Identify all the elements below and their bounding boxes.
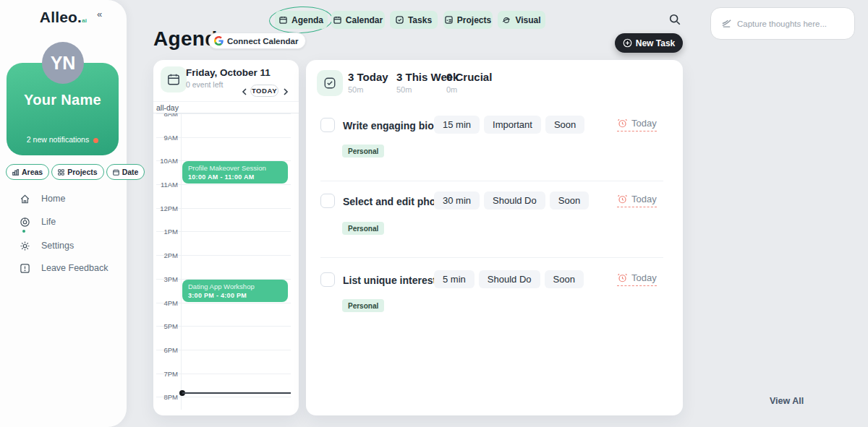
app-logo: Alleo.ai bbox=[0, 9, 127, 26]
task-divider bbox=[320, 181, 663, 181]
today-button[interactable]: TODAY bbox=[250, 85, 278, 97]
tab-tasks[interactable]: Tasks bbox=[390, 11, 438, 29]
due-date[interactable]: Today bbox=[617, 194, 657, 207]
task-tag[interactable]: Personal bbox=[342, 222, 384, 235]
google-icon bbox=[214, 36, 224, 46]
hour-label: 10AM bbox=[153, 157, 178, 165]
due-date[interactable]: Today bbox=[617, 118, 657, 131]
agenda-icon bbox=[279, 16, 287, 24]
hour-label: 7PM bbox=[153, 370, 178, 378]
logo-suffix: ai bbox=[82, 17, 87, 24]
prev-day-icon[interactable] bbox=[240, 86, 250, 96]
quick-capture-icon bbox=[721, 18, 732, 29]
view-all-link[interactable]: View All bbox=[770, 396, 804, 406]
notifications-label: 2 new notifications bbox=[27, 135, 89, 144]
hour-label: 9AM bbox=[153, 134, 178, 142]
task-checkbox[interactable] bbox=[320, 272, 335, 287]
priority-badge[interactable]: Should Do bbox=[484, 191, 545, 210]
filter-chip-label: Areas bbox=[22, 168, 43, 176]
alarm-icon bbox=[617, 194, 628, 204]
projects-icon bbox=[445, 16, 453, 24]
calendar-event[interactable]: Dating App Workshop 3:00 PM - 4:00 PM bbox=[182, 280, 288, 302]
sidebar-collapse-icon[interactable]: « bbox=[97, 9, 102, 20]
projects-icon bbox=[58, 169, 64, 176]
calendar-tile-icon bbox=[161, 66, 187, 92]
tab-label: Agenda bbox=[292, 15, 323, 25]
capture-input[interactable] bbox=[737, 20, 846, 28]
sidebar-item-label: Life bbox=[41, 217, 56, 227]
feedback-icon bbox=[20, 263, 30, 274]
tab-agenda[interactable]: Agenda bbox=[275, 11, 328, 29]
hour-label: 4PM bbox=[153, 299, 178, 307]
due-date[interactable]: Today bbox=[617, 272, 657, 286]
filter-chip-projects[interactable]: Projects bbox=[51, 164, 103, 180]
all-day-row: all-day bbox=[153, 101, 299, 113]
search-icon[interactable] bbox=[668, 13, 683, 27]
priority-badge[interactable]: Should Do bbox=[479, 270, 540, 288]
due-label: Today bbox=[631, 272, 657, 283]
connect-calendar-label: Connect Calendar bbox=[227, 37, 298, 46]
calendar-date-title: Friday, October 11 bbox=[186, 67, 271, 78]
task-tag[interactable]: Personal bbox=[342, 145, 384, 158]
duration-badge[interactable]: 15 min bbox=[434, 116, 480, 134]
visual-icon bbox=[502, 16, 511, 25]
logo-text: Alleo. bbox=[40, 9, 82, 25]
hour-label: 1PM bbox=[153, 228, 178, 236]
task-badges: 30 min Should Do Soon bbox=[434, 191, 589, 210]
hour-label: 6PM bbox=[153, 346, 178, 354]
tab-label: Calendar bbox=[346, 15, 383, 25]
tab-label: Visual bbox=[515, 15, 540, 25]
event-time: 10:00 AM - 11:00 AM bbox=[188, 173, 282, 181]
task-checkbox[interactable] bbox=[320, 118, 335, 132]
task-title: Write engaging bio bbox=[343, 120, 434, 131]
urgency-badge[interactable]: Soon bbox=[545, 270, 584, 288]
capture-box bbox=[710, 7, 855, 40]
duration-badge[interactable]: 5 min bbox=[434, 270, 475, 288]
sidebar-item-label: Settings bbox=[41, 241, 74, 251]
calendar-event[interactable]: Profile Makeover Session 10:00 AM - 11:0… bbox=[182, 161, 288, 184]
avatar[interactable]: YN bbox=[42, 42, 84, 84]
new-task-button[interactable]: New Task bbox=[615, 33, 683, 53]
duration-badge[interactable]: 30 min bbox=[434, 191, 480, 210]
user-name: Your Name bbox=[7, 92, 119, 108]
task-tag[interactable]: Personal bbox=[342, 299, 384, 312]
sidebar-item-feedback[interactable]: Leave Feedback bbox=[20, 262, 108, 275]
life-active-dot bbox=[22, 230, 25, 233]
hour-label: 5PM bbox=[153, 322, 178, 330]
tab-calendar[interactable]: Calendar bbox=[331, 11, 385, 29]
filter-chip-areas[interactable]: Areas bbox=[6, 164, 49, 180]
next-day-icon[interactable] bbox=[281, 86, 292, 96]
task-badges: 15 min Important Soon bbox=[434, 116, 584, 134]
notifications[interactable]: 2 new notifications bbox=[7, 135, 119, 144]
tab-visual[interactable]: Visual bbox=[498, 11, 545, 29]
event-title: Profile Makeover Session bbox=[188, 164, 282, 172]
priority-badge[interactable]: Important bbox=[484, 116, 541, 134]
sidebar-item-settings[interactable]: Settings bbox=[20, 239, 74, 252]
gear-icon bbox=[20, 241, 30, 251]
task-checkbox[interactable] bbox=[320, 194, 335, 208]
tab-projects[interactable]: Projects bbox=[443, 11, 493, 29]
agenda-calendar-panel: Friday, October 11 0 event left TODAY 8A… bbox=[153, 60, 299, 415]
stat-label: 3 Today bbox=[348, 71, 388, 83]
stat-sub: 50m bbox=[348, 85, 388, 94]
urgency-badge[interactable]: Soon bbox=[545, 116, 584, 134]
areas-icon bbox=[12, 169, 19, 176]
current-time-line bbox=[182, 392, 291, 394]
hour-label: 2PM bbox=[153, 251, 178, 259]
urgency-badge[interactable]: Soon bbox=[550, 191, 589, 210]
due-label: Today bbox=[631, 194, 657, 204]
connect-calendar-button[interactable]: Connect Calendar bbox=[208, 33, 306, 49]
all-day-label: all-day bbox=[156, 103, 179, 112]
hour-label: 12PM bbox=[153, 204, 178, 212]
filter-chip-date[interactable]: Date bbox=[106, 164, 145, 180]
filter-chip-label: Projects bbox=[67, 168, 97, 176]
notification-dot-icon bbox=[93, 138, 98, 143]
alarm-icon bbox=[617, 272, 628, 283]
sidebar-item-life[interactable]: Life bbox=[20, 215, 56, 228]
filter-chips: Areas Projects Date bbox=[6, 164, 145, 180]
new-task-label: New Task bbox=[636, 38, 675, 48]
tasks-tile-icon bbox=[317, 70, 343, 96]
sidebar-item-label: Home bbox=[41, 194, 65, 204]
sidebar-item-home[interactable]: Home bbox=[20, 192, 65, 205]
calendar-icon bbox=[333, 16, 341, 24]
